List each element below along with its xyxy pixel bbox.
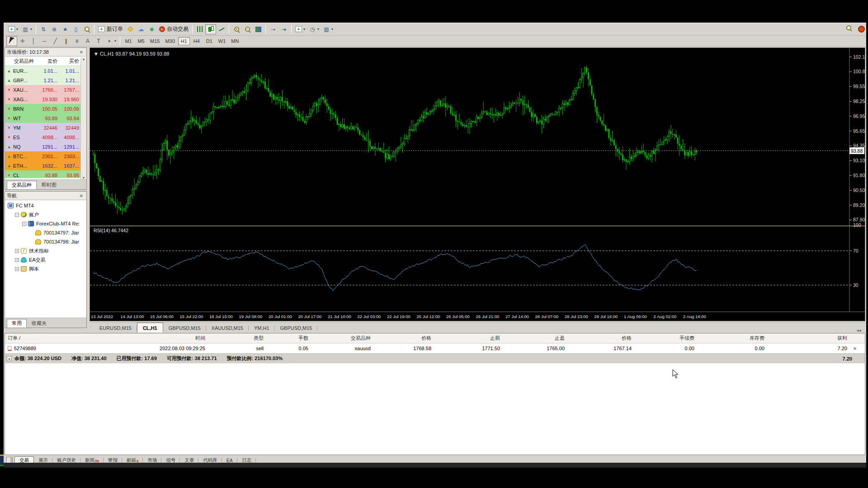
timeframe-h1-button[interactable]: H1 [178,37,190,45]
market-watch-row[interactable]: ▲GBP...1.21...1.21... [5,75,86,85]
navigator-tab[interactable]: 常用 [7,319,27,328]
expand-icon[interactable]: + [15,258,19,262]
order-row[interactable]: 527498892022.08.03 09:29:25sell0.05xauus… [5,343,865,353]
autotrading-button[interactable]: ▸自动交易 [157,24,190,34]
price-chart[interactable]: 102.10100.8599.5598.2596.9595.6594.3593.… [90,48,865,321]
chart-tab-xauusdm15[interactable]: XAUUSD,M15 [206,324,249,333]
chart-line-button[interactable] [216,24,227,34]
market-watch-row[interactable]: ▼XAG...19.93019.960 [5,94,86,104]
expand-icon[interactable]: + [15,267,19,271]
terminal-toggle-button[interactable]: ▯ [71,24,81,34]
metaeditor-button[interactable] [125,24,136,34]
tree-item[interactable]: FC MT4 [5,201,86,210]
chart-tab-clh1[interactable]: CL,H1 [137,323,163,333]
zoom-in-button[interactable]: + [231,24,242,34]
profiles-button[interactable]: ▥▾ [20,24,34,34]
market-watch-row[interactable]: ▲NQ1291...1291... [5,142,86,151]
market-watch-tab[interactable]: 交易品种 [7,181,37,189]
horizontal-line-tool-button[interactable]: ─ [39,36,50,46]
chart-tab-gbpusdm15[interactable]: GBPUSD,M15 [163,324,206,333]
dropdown-arrow-icon[interactable]: ▾ [30,27,32,31]
dropdown-arrow-icon[interactable]: ▾ [16,27,18,31]
chart-bars-button[interactable] [194,24,205,34]
column-header[interactable]: 获利 [767,335,850,342]
column-header[interactable]: 库存费 [697,335,767,342]
close-icon[interactable]: ✕ [78,193,85,198]
timeframe-h4-button[interactable]: H4 [191,37,203,45]
market-watch-row[interactable]: ▲EUR...1.01...1.01... [5,66,86,75]
column-symbol[interactable]: 交易品种 [5,58,36,65]
new-order-button[interactable]: +新订单 [96,24,125,34]
close-order-icon[interactable]: ✕ [850,346,860,351]
scroll-up-icon[interactable]: ▲ [82,57,85,61]
timeframe-d1-button[interactable]: D1 [203,37,215,45]
scroll-left-icon[interactable]: ◂ [857,328,859,333]
column-header[interactable]: 手数 [266,335,311,342]
community-button[interactable]: ☁ [136,24,146,34]
column-header[interactable]: 止盈 [503,335,567,342]
fibonacci-tool-button[interactable]: ≡ [71,36,82,46]
market-watch-row[interactable]: ▼CL93.8893.95 [5,170,86,178]
data-window-toggle-button[interactable]: ⊕ [49,24,60,34]
market-watch-scrollbar[interactable]: ▲ ▼ [80,57,86,179]
tree-item[interactable]: −ForexClub-MT4 Re: [5,219,86,228]
navigator-toggle-button[interactable]: ★ [60,24,71,34]
column-header[interactable]: 手续费 [634,335,697,342]
chart-shift-button[interactable]: ⇥ [278,24,289,34]
indicators-button[interactable]: +▾ [293,24,307,34]
strategy-tester-button[interactable] [81,24,92,34]
column-ask[interactable]: 买价 [57,58,80,65]
chart-tab-gbpusdm15[interactable]: GBPUSD,M15 [275,324,318,333]
dropdown-arrow-icon[interactable]: ▾ [303,27,305,31]
timeframe-m5-button[interactable]: M5 [135,37,147,45]
chart-tab-ymh1[interactable]: YM,H1 [249,324,275,333]
scroll-right-icon[interactable]: ▸ [859,328,862,333]
dropdown-arrow-icon[interactable]: ▾ [114,39,116,43]
scroll-down-icon[interactable]: ▼ [82,176,85,179]
templates-button[interactable]: ▧▾ [321,24,335,34]
dropdown-arrow-icon[interactable]: ▾ [331,27,333,31]
label-tool-button[interactable]: T [93,36,104,46]
channel-tool-button[interactable]: ∥ [61,36,71,46]
timeframe-w1-button[interactable]: W1 [216,37,228,45]
cursor-tool-button[interactable] [6,36,17,46]
market-watch-row[interactable]: ▼YM3244632449 [5,123,86,132]
column-bid[interactable]: 卖价 [36,58,57,65]
tree-item[interactable]: +EA交易 [5,255,86,264]
zoom-out-button[interactable]: − [242,24,253,34]
timeframe-m1-button[interactable]: M1 [123,37,134,45]
market-watch-row[interactable]: ▼ES4098...4098... [5,132,86,142]
timeframe-mn-button[interactable]: MN [229,37,241,45]
column-header[interactable]: 订单 / [5,335,145,342]
collapse-icon[interactable]: − [22,222,26,226]
market-watch-toggle-button[interactable]: ⇅ [38,24,49,34]
timeframe-m15-button[interactable]: M15 [148,37,162,45]
column-header[interactable]: 类型 [208,335,266,342]
chart-tab-eurusdm15[interactable]: EURUSD,M15 [94,324,137,333]
tree-item[interactable]: +f技术指标 [5,246,86,255]
chart-candles-button[interactable] [205,24,216,34]
chart-window[interactable]: 102.10100.8599.5598.2596.9595.6594.3593.… [90,47,865,321]
crosshair-tool-button[interactable]: ✛ [17,36,28,46]
column-header[interactable]: 价格 [567,335,634,342]
trendline-tool-button[interactable]: ╱ [50,36,61,46]
timeframe-m30-button[interactable]: M30 [163,37,177,45]
notifications-button[interactable]: ◉ [146,24,157,34]
market-watch-row[interactable]: ▼XAU...1766...1767... [5,85,86,94]
market-watch-row[interactable]: ▼WT93.8993.94 [5,113,86,123]
column-header[interactable]: 时间 [145,335,208,342]
arrows-tool-button[interactable]: ⌖▾ [104,36,118,46]
tree-item[interactable]: +脚本 [5,264,86,273]
periods-button[interactable]: ◷▾ [307,24,321,34]
tree-item[interactable]: 700134798: Jiar [5,237,86,246]
panel-toggle-icon[interactable] [6,457,13,463]
column-header[interactable]: 价格 [373,335,434,342]
navigator-tab[interactable]: 收藏夹 [27,319,52,328]
record-indicator-icon[interactable] [858,26,865,33]
market-watch-row[interactable]: ▲BTC...2301...2303... [5,151,86,161]
text-tool-button[interactable]: A [82,36,93,46]
market-watch-tab[interactable]: 即时图 [37,181,61,189]
column-header[interactable]: 交易品种 [311,335,373,342]
search-icon[interactable] [846,25,851,30]
auto-scroll-button[interactable]: ⇢ [268,24,278,34]
